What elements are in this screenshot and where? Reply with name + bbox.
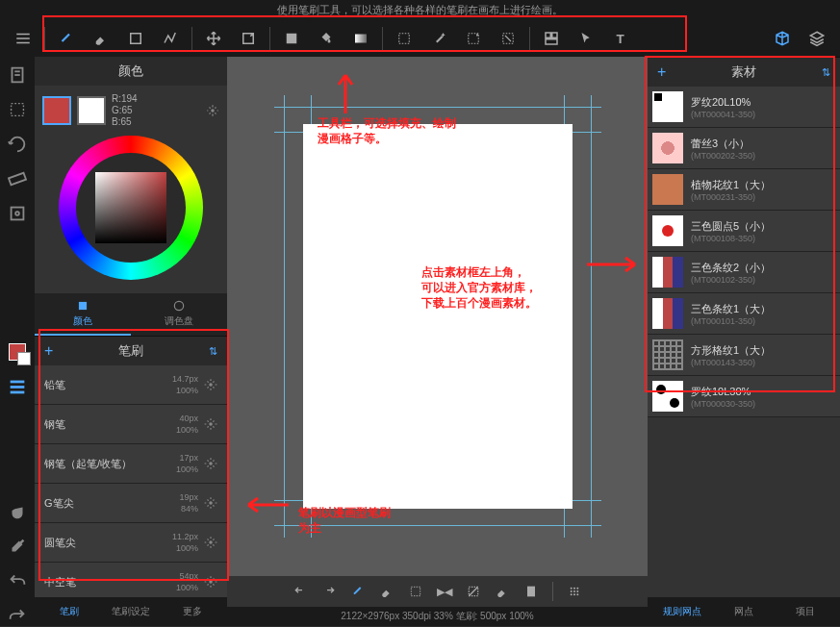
- gear-icon[interactable]: [204, 496, 217, 510]
- grid-tab[interactable]: 规则网点: [651, 601, 713, 622]
- top-tip: 使用笔刷工具，可以选择各种各样的笔刷在画布上进行绘画。: [0, 0, 840, 20]
- svg-rect-22: [11, 381, 25, 384]
- path-tool-icon[interactable]: [155, 23, 186, 54]
- gear-icon[interactable]: [204, 378, 217, 391]
- shape-tool-icon[interactable]: [120, 23, 151, 54]
- brush-item[interactable]: 圆笔尖11.2px100%: [35, 523, 227, 563]
- brush-bottom-tab[interactable]: 笔刷: [38, 601, 100, 622]
- cv-deselect-icon[interactable]: [466, 584, 481, 599]
- gear-icon[interactable]: [204, 536, 217, 549]
- brush-meta: 14.7px100%: [172, 373, 198, 396]
- cv-grid-icon[interactable]: [567, 584, 582, 599]
- dots-tab[interactable]: 网点: [713, 601, 775, 622]
- material-id: (MT000101-350): [691, 316, 835, 326]
- gradient-tool-icon[interactable]: [345, 23, 376, 54]
- undo-icon[interactable]: [7, 570, 28, 591]
- brush-item[interactable]: G笔尖19px84%: [35, 484, 227, 523]
- svg-rect-19: [9, 173, 26, 186]
- cv-select-icon[interactable]: [408, 584, 423, 599]
- brush-meta: 11.2px100%: [172, 531, 198, 554]
- primary-swatch[interactable]: [42, 96, 71, 125]
- color-settings-icon[interactable]: [206, 104, 219, 117]
- cv-brush-icon[interactable]: [350, 584, 366, 599]
- material-item[interactable]: 罗纹20L10%(MT000041-350): [648, 87, 840, 128]
- project-tab[interactable]: 项目: [775, 601, 836, 622]
- svg-point-29: [209, 422, 213, 426]
- material-sort-icon[interactable]: ⇅: [822, 66, 830, 79]
- 3d-icon[interactable]: [767, 23, 798, 54]
- svg-rect-7: [399, 34, 410, 44]
- doc-icon[interactable]: [7, 64, 28, 86]
- canvas-page[interactable]: [303, 124, 573, 509]
- brush-item[interactable]: 中空笔54px100%: [35, 563, 227, 597]
- menu-icon[interactable]: [8, 23, 38, 54]
- panel-tool-icon[interactable]: [536, 23, 567, 54]
- redo-icon[interactable]: [7, 605, 28, 626]
- select-rect-icon[interactable]: [389, 23, 420, 54]
- svg-rect-13: [546, 39, 557, 44]
- svg-rect-26: [79, 302, 87, 310]
- cv-undo-icon[interactable]: [293, 584, 308, 599]
- material-name: 罗纹20L10%: [691, 95, 835, 110]
- brush-name: 铅笔: [44, 378, 65, 392]
- brush-name: 中空笔: [44, 575, 76, 589]
- brush-panel-header: + 笔刷 ⇅: [35, 336, 227, 365]
- rotate-icon[interactable]: [7, 134, 28, 155]
- text-tool-icon[interactable]: T: [605, 23, 636, 54]
- bucket-tool-icon[interactable]: [311, 23, 342, 54]
- brush-name: 圆笔尖: [44, 536, 76, 550]
- ruler-icon[interactable]: [7, 168, 28, 189]
- cv-clear-icon[interactable]: [495, 584, 510, 599]
- cv-erase-icon[interactable]: [379, 584, 395, 599]
- cv-play-icon[interactable]: ▶◀: [437, 586, 452, 598]
- color-swap-icon[interactable]: [7, 341, 28, 363]
- magic-select-icon[interactable]: [458, 23, 489, 54]
- svg-rect-18: [12, 104, 24, 116]
- cv-paste-icon[interactable]: [523, 584, 539, 599]
- palette-tab[interactable]: 调色盘: [131, 293, 227, 336]
- sort-icon[interactable]: ⇅: [209, 345, 217, 358]
- svg-point-31: [209, 501, 213, 505]
- add-material-icon[interactable]: +: [657, 63, 666, 81]
- color-tab[interactable]: 颜色: [35, 293, 131, 336]
- wand-tool-icon[interactable]: [423, 23, 454, 54]
- color-wheel[interactable]: [59, 136, 203, 280]
- marquee-icon[interactable]: [7, 99, 28, 120]
- list-icon[interactable]: [7, 376, 28, 397]
- material-name: 植物花纹1（大）: [691, 178, 835, 192]
- gear-icon[interactable]: [204, 457, 217, 470]
- brush-settings-tab[interactable]: 笔刷设定: [100, 601, 162, 622]
- lasso-tool-icon[interactable]: [493, 23, 523, 54]
- hand-icon[interactable]: [7, 501, 28, 522]
- reference-icon[interactable]: [7, 203, 28, 224]
- material-name: 三色条纹1（大）: [691, 302, 835, 316]
- brush-item[interactable]: 钢笔40px100%: [35, 405, 227, 444]
- brush-item[interactable]: 铅笔14.7px100%: [35, 365, 227, 405]
- add-brush-icon[interactable]: +: [44, 342, 53, 360]
- material-item[interactable]: 方形格纹1（大）(MT000143-350): [648, 335, 840, 376]
- material-panel-title: 素材: [731, 63, 756, 81]
- brush-item[interactable]: 钢笔（起笔/收笔）17px100%: [35, 444, 227, 484]
- material-item[interactable]: 三色圆点5（小）(MT000108-350): [648, 211, 840, 252]
- brush-tool-icon[interactable]: [51, 23, 82, 54]
- more-tab[interactable]: 更多: [162, 601, 223, 622]
- gear-icon[interactable]: [204, 575, 217, 589]
- fill-tool-icon[interactable]: [276, 23, 307, 54]
- layers-icon[interactable]: [802, 23, 832, 54]
- svg-point-38: [571, 588, 573, 589]
- eraser-tool-icon[interactable]: [86, 23, 116, 54]
- material-item[interactable]: 蕾丝3（小）(MT000202-350): [648, 128, 840, 169]
- cv-redo-icon[interactable]: [321, 584, 337, 599]
- material-item[interactable]: 三色条纹1（大）(MT000101-350): [648, 293, 840, 335]
- cursor-tool-icon[interactable]: [571, 23, 601, 54]
- gear-icon[interactable]: [204, 417, 217, 431]
- material-item[interactable]: 罗纹10L30%(MT000030-350): [648, 376, 840, 417]
- material-thumbnail: [652, 298, 683, 329]
- material-item[interactable]: 三色条纹2（小）(MT000102-350): [648, 252, 840, 293]
- brush-panel-title: 笔刷: [118, 342, 143, 360]
- eyedropper-icon[interactable]: [7, 536, 28, 557]
- move-tool-icon[interactable]: [198, 23, 229, 54]
- secondary-swatch[interactable]: [77, 96, 106, 125]
- material-item[interactable]: 植物花纹1（大）(MT000231-350): [648, 169, 840, 211]
- transform-tool-icon[interactable]: [233, 23, 264, 54]
